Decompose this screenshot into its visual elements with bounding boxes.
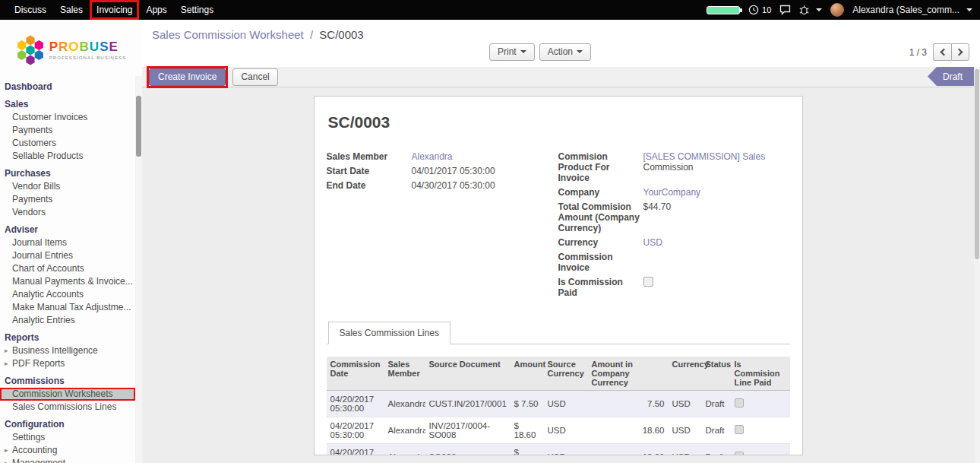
sidebar-item-management[interactable]: Management [0,457,135,463]
cell-currency: USD [669,417,702,444]
sidebar-item-analytic-entries[interactable]: Analytic Entries [0,314,135,327]
sidebar-item-sales-commissions-lines[interactable]: Sales Commissions Lines [0,401,135,414]
col-status[interactable]: Status [702,357,731,391]
sidebar-scrollbar[interactable] [135,76,142,463]
sidebar-scrollbar-thumb[interactable] [136,96,141,157]
create-invoice-button[interactable]: Create Invoice [149,68,226,86]
cell-date: 04/20/2017 05:30:00 [327,417,384,444]
line-paid-checkbox [735,452,744,455]
app-window: Discuss Sales Invoicing Apps Settings 10 [0,0,980,463]
cell-doc: SO008 [425,444,511,456]
logo-hexagons-icon [16,34,45,66]
sidebar-section-configuration[interactable]: Configuration [0,418,142,431]
field-value-commission-invoice [643,252,786,273]
col-amount[interactable]: Amount [511,357,544,391]
topmenu-sales[interactable]: Sales [53,0,90,20]
chat-icon[interactable] [779,5,791,15]
col-commission-date[interactable]: Commission Date [327,357,384,391]
notebook-tabs: Sales Commission Lines [327,322,790,344]
field-label-commission-product: Commision Product For Invoice [558,151,643,183]
field-value-start-date: 04/01/2017 05:30:00 [412,166,555,176]
logo-title: PROBUSE [49,40,127,53]
commission-lines-table: Commission Date Sales Member Source Docu… [327,357,790,455]
cell-doc: INV/2017/0004-SO008 [425,417,511,444]
pager-next-button[interactable] [951,43,969,61]
col-amount-in-company-currency[interactable]: Amount in Company Currency [588,357,669,391]
cell-src-currency: USD [544,444,588,456]
sidebar-item-customers[interactable]: Customers [0,137,135,150]
status-badge-draft: Draft [928,67,974,86]
form-sheet: SC/0003 Sales Member Alexandra Start Dat… [314,96,803,455]
sidebar-item-commission-worksheets[interactable]: Commission Worksheets [0,388,135,401]
chevron-right-icon [956,49,963,56]
cell-member: Alexandra [384,391,425,417]
activity-indicator[interactable]: 10 [748,5,771,15]
window-scrollbar-thumb[interactable] [975,69,979,259]
cell-amount-cc: 7.50 [588,391,669,417]
col-source-document[interactable]: Source Document [425,357,511,391]
sidebar-item-journal-items[interactable]: Journal Items [0,236,135,249]
sidebar-item-make-manual-tax-adjustment[interactable]: Make Manual Tax Adjustme... [0,301,135,314]
table-row[interactable]: 04/20/2017 10:35:53 Alexandra SO008 $ 18… [327,444,790,456]
topmenu-discuss[interactable]: Discuss [8,0,53,20]
sidebar-section-reports[interactable]: Reports [0,331,142,344]
sidebar-section-commissions[interactable]: Commissions [0,375,142,388]
cell-amount: $ 18.60 [511,417,544,444]
cell-date: 04/20/2017 10:35:53 [327,444,384,456]
table-row[interactable]: 04/20/2017 05:30:00 Alexandra CUST.IN/20… [327,391,790,417]
sidebar-item-manual-payments-invoice[interactable]: Manual Payments & Invoice... [0,275,135,288]
field-value-sales-member[interactable]: Alexandra [412,151,555,162]
line-paid-checkbox [735,398,744,408]
sidebar-section-sales[interactable]: Sales [0,98,142,111]
debug-menu[interactable] [799,5,822,15]
table-row[interactable]: 04/20/2017 05:30:00 Alexandra INV/2017/0… [327,417,790,444]
field-value-currency[interactable]: USD [643,237,786,248]
sidebar-item-analytic-accounts[interactable]: Analytic Accounts [0,288,135,301]
col-is-commission-line-paid[interactable]: Is Commision Line Paid [731,357,790,391]
sidebar-item-pdf-reports[interactable]: PDF Reports [0,357,135,370]
cell-src-currency: USD [544,417,588,444]
col-source-currency[interactable]: Source Currency [544,357,588,391]
print-button[interactable]: Print [489,43,535,61]
battery-icon [707,6,740,14]
topmenu-invoicing[interactable]: Invoicing [90,0,139,20]
field-label-is-commission-paid: Is Commission Paid [558,277,643,298]
cell-status: Draft [702,391,731,417]
tab-sales-commission-lines[interactable]: Sales Commission Lines [328,322,450,344]
sidebar-item-sellable-products[interactable]: Sellable Products [0,150,135,163]
sidebar-item-business-intelligence[interactable]: Business Intelligence [0,344,135,357]
topmenu-settings[interactable]: Settings [174,0,220,20]
commission-product-link[interactable]: [SALES COMMISSION] Sales [643,151,786,162]
cell-date: 04/20/2017 05:30:00 [327,391,384,417]
sidebar-item-settings[interactable]: Settings [0,431,135,444]
sidebar-item-journal-entries[interactable]: Journal Entries [0,249,135,262]
sidebar-item-vendors[interactable]: Vendors [0,206,135,219]
cancel-button[interactable]: Cancel [232,68,277,86]
sidebar-item-accounting[interactable]: Accounting [0,444,135,457]
sidebar-section-adviser[interactable]: Adviser [0,224,142,236]
user-avatar[interactable] [830,3,844,17]
sidebar-item-payments-purchases[interactable]: Payments [0,193,135,206]
col-currency[interactable]: Currency [669,357,702,391]
cell-paid [731,391,790,417]
sidebar-section-purchases[interactable]: Purchases [0,167,142,180]
field-value-company[interactable]: YourCompany [643,187,786,198]
cell-currency: USD [669,444,702,456]
topmenu-apps[interactable]: Apps [139,0,173,20]
user-menu[interactable]: Alexandra (Sales_comm... [852,5,972,15]
sidebar-item-chart-of-accounts[interactable]: Chart of Accounts [0,262,135,275]
field-label-sales-member: Sales Member [327,151,412,162]
field-label-start-date: Start Date [327,166,412,176]
cell-amount: $ 18.60 [511,444,544,456]
cell-src-currency: USD [544,391,588,417]
sidebar-item-payments-sales[interactable]: Payments [0,124,135,137]
action-button[interactable]: Action [539,43,591,61]
window-scrollbar[interactable] [974,67,980,463]
col-sales-member[interactable]: Sales Member [384,357,425,391]
sidebar-item-vendor-bills[interactable]: Vendor Bills [0,180,135,193]
sidebar-item-customer-invoices[interactable]: Customer Invoices [0,111,135,124]
breadcrumb-parent[interactable]: Sales Commission Worksheet [152,28,304,41]
sidebar-item-dashboard[interactable]: Dashboard [0,81,142,94]
pager-previous-button[interactable] [933,43,951,61]
is-commission-paid-checkbox [643,277,653,287]
